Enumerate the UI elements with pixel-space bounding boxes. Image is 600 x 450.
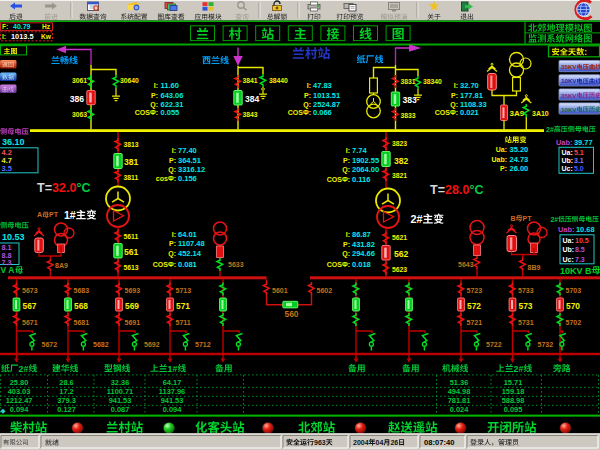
svg-text:08:07:40: 08:07:40 [424,438,454,447]
svg-text:5683: 5683 [74,287,90,294]
svg-text:5712: 5712 [195,341,211,348]
svg-text:32.36: 32.36 [111,378,130,387]
svg-text:Kw: Kw [41,33,52,40]
svg-text:26: 26 [390,439,398,446]
svg-text:Uc:: Uc: [563,256,574,263]
svg-text:Uc:: Uc: [562,165,573,172]
svg-text:10KV B: 10KV B [560,266,592,276]
svg-text:P:: P: [343,157,350,164]
svg-text:35.20: 35.20 [510,145,529,154]
svg-text:5723: 5723 [467,287,483,294]
svg-text:5623: 5623 [392,266,407,273]
svg-text:588.98: 588.98 [502,396,525,405]
svg-text:3.1: 3.1 [574,157,584,164]
svg-text:47.83: 47.83 [313,81,332,90]
svg-text:0.066: 0.066 [313,108,332,117]
svg-text:COSΦ:: COSΦ: [135,109,158,116]
svg-text:3061: 3061 [72,77,87,84]
svg-text:8.5: 8.5 [575,246,585,253]
svg-text:941.53: 941.53 [109,396,132,405]
svg-text:3811: 3811 [124,174,139,181]
svg-text:379.3: 379.3 [57,396,76,405]
svg-text:3841: 3841 [243,77,258,84]
svg-text:0.116: 0.116 [352,175,370,184]
svg-text:Q:: Q: [168,166,176,174]
svg-text:5682: 5682 [93,341,109,348]
svg-text:64.01: 64.01 [178,230,197,239]
svg-text:643.06: 643.06 [161,91,184,100]
svg-text:T=: T= [37,181,52,195]
svg-text:1100.71: 1100.71 [107,387,133,396]
svg-text:2004: 2004 [353,439,369,446]
svg-text:◆: ◆ [1,407,6,414]
svg-text:10.68: 10.68 [576,225,595,234]
svg-text:I:: I: [454,82,458,89]
svg-text:28.6: 28.6 [59,378,73,387]
svg-text:1137.96: 1137.96 [159,387,185,396]
svg-text:04: 04 [376,439,384,446]
svg-text:5.1: 5.1 [574,149,584,156]
svg-text:1#: 1# [64,209,76,221]
svg-text:5601: 5601 [272,287,288,294]
svg-text:5621: 5621 [392,234,407,241]
svg-text:5693: 5693 [125,287,141,294]
svg-text:1107.48: 1107.48 [178,239,205,248]
svg-text:I:: I: [172,231,176,238]
svg-text:5672: 5672 [42,341,58,348]
svg-text:39.77: 39.77 [574,138,593,147]
svg-text:P:: P: [169,157,176,164]
svg-text:10.5: 10.5 [575,237,589,244]
svg-text:1013.51: 1013.51 [313,91,340,100]
svg-text:Q:: Q: [303,101,311,109]
svg-text:5673: 5673 [22,287,38,294]
svg-text:781.81: 781.81 [448,396,471,405]
svg-text:3823: 3823 [392,140,407,147]
svg-text:Q:: Q: [342,250,350,258]
svg-text:5681: 5681 [74,319,90,326]
svg-text:COSΦ:: COSΦ: [327,261,350,268]
svg-text:8A9: 8A9 [55,262,68,269]
svg-text:2#: 2# [551,216,559,223]
svg-text:38340: 38340 [423,78,442,85]
svg-text:Uab:: Uab: [556,138,572,147]
svg-text:3833: 3833 [401,112,416,119]
svg-text:0.094: 0.094 [163,405,182,414]
svg-text:COSΦ:: COSΦ: [153,261,176,268]
svg-text:562: 562 [394,249,409,259]
svg-text:381: 381 [124,157,139,167]
svg-text:0.127: 0.127 [57,405,76,414]
svg-text:8B9: 8B9 [528,264,541,271]
svg-text:382: 382 [394,156,409,166]
svg-text:5613: 5613 [124,264,139,271]
svg-text:5671: 5671 [22,319,38,326]
svg-text:403.03: 403.03 [8,387,31,396]
svg-text:35KV: 35KV [561,92,577,99]
svg-text:B: B [511,215,516,222]
svg-text:494.98: 494.98 [448,387,471,396]
svg-text:386: 386 [70,94,85,104]
svg-text:0.081: 0.081 [178,260,197,269]
svg-text:561: 561 [124,247,139,257]
svg-text:2064.00: 2064.00 [352,165,379,174]
svg-text:51.36: 51.36 [450,378,469,387]
svg-text:5611: 5611 [124,233,139,240]
svg-text:Uab:: Uab: [558,225,574,234]
svg-text:10KV A: 10KV A [0,265,14,275]
svg-text:28.0: 28.0 [445,183,469,197]
svg-text:I:: I: [307,82,311,89]
svg-text:5713: 5713 [176,287,192,294]
svg-text:Q:: Q: [450,101,458,109]
svg-text:431.82: 431.82 [352,240,375,249]
svg-text:3.5: 3.5 [2,164,12,173]
svg-text:452.14: 452.14 [178,249,202,258]
svg-text:941.53: 941.53 [161,396,184,405]
svg-text:5711: 5711 [176,319,191,326]
svg-text:T=: T= [430,183,445,197]
svg-text:I:: I: [346,231,350,238]
svg-text:10.53: 10.53 [2,232,25,242]
svg-text:0.087: 0.087 [111,405,130,414]
svg-text:5602: 5602 [317,287,333,294]
svg-text:3063: 3063 [72,111,87,118]
svg-text:569: 569 [125,301,139,311]
svg-text:40.79: 40.79 [13,23,31,30]
